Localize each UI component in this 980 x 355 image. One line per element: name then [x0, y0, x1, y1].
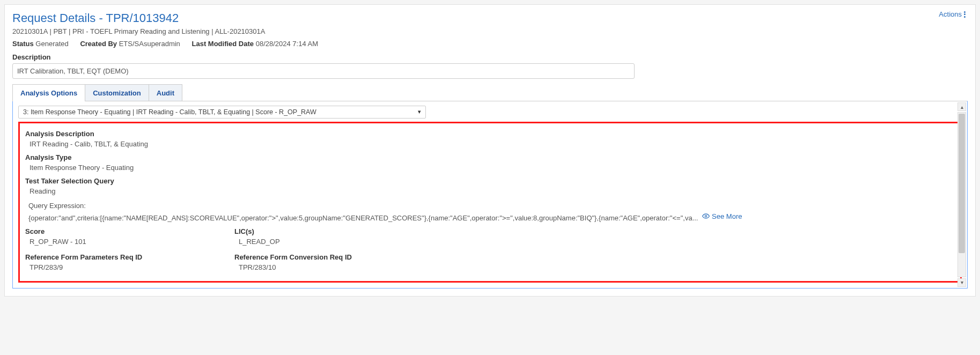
ref-param-label: Reference Form Parameters Req ID — [25, 253, 234, 261]
score-label: Score — [25, 227, 234, 235]
query-expression-label: Query Expression: — [28, 201, 955, 211]
modified-label: Last Modified Date — [191, 40, 254, 48]
ref-conv-value: TPR/283/10 — [239, 263, 955, 271]
page-subtitle: 20210301A | PBT | PRI - TOEFL Primary Re… — [12, 27, 968, 35]
reference-row: Reference Form Parameters Req ID TPR/283… — [25, 253, 955, 275]
eye-icon — [702, 212, 710, 220]
actions-label: Actions — [939, 10, 962, 18]
test-taker-query-value: Reading — [30, 187, 955, 195]
created-by-label: Created By — [80, 40, 117, 48]
kebab-icon — [964, 11, 966, 18]
created-by-value: ETS/SAsuperadmin — [119, 40, 180, 48]
lic-value: L_READ_OP — [239, 238, 955, 246]
meta-row: Status Generated Created By ETS/SAsupera… — [12, 40, 968, 48]
query-expression-value: {operator:"and",criteria:[{name:"NAME[RE… — [28, 213, 698, 221]
tab-audit[interactable]: Audit — [149, 84, 182, 101]
analysis-type-value: Item Response Theory - Equating — [30, 164, 955, 172]
page-title: Request Details - TPR/1013942 — [12, 11, 968, 25]
see-more-link[interactable]: See More — [702, 211, 742, 222]
description-label: Description — [12, 53, 968, 61]
tab-analysis-options[interactable]: Analysis Options — [12, 84, 85, 101]
dropdown-selected-text: 3: Item Response Theory - Equating | IRT… — [23, 108, 316, 116]
highlighted-details-region: Analysis Description IRT Reading - Calib… — [18, 122, 962, 283]
actions-menu[interactable]: Actions — [939, 10, 966, 18]
score-value: R_OP_RAW - 101 — [30, 238, 234, 246]
scroll-down-button[interactable]: ▾ — [957, 278, 966, 287]
ref-param-value: TPR/283/9 — [30, 263, 234, 271]
request-details-page: Actions Request Details - TPR/1013942 20… — [4, 4, 976, 297]
analysis-selector-dropdown[interactable]: 3: Item Response Theory - Equating | IRT… — [18, 106, 426, 119]
scrollbar-thumb[interactable] — [959, 114, 965, 253]
analysis-type-label: Analysis Type — [25, 153, 955, 161]
description-input[interactable] — [12, 63, 635, 79]
modified-value: 08/28/2024 7:14 AM — [256, 40, 318, 48]
status-label: Status — [12, 40, 34, 48]
tab-customization[interactable]: Customization — [85, 84, 149, 101]
see-more-text: See More — [712, 211, 742, 222]
query-expression-row: {operator:"and",criteria:[{name:"NAME[RE… — [28, 211, 955, 223]
tab-panel-analysis: 3: Item Response Theory - Equating | IRT… — [12, 101, 968, 289]
score-lic-row: Score R_OP_RAW - 101 LIC(s) L_READ_OP — [25, 227, 955, 249]
analysis-description-value: IRT Reading - Calib, TBLT, & Equating — [30, 140, 955, 148]
status-value: Generated — [35, 40, 68, 48]
test-taker-query-label: Test Taker Selection Query — [25, 177, 955, 185]
ref-conv-label: Reference Form Conversion Req ID — [234, 253, 955, 261]
analysis-description-label: Analysis Description — [25, 130, 955, 138]
scroll-up-button[interactable]: ▴ — [957, 102, 966, 111]
svg-point-0 — [705, 216, 707, 218]
scrollbar-track[interactable] — [957, 112, 966, 277]
lic-label: LIC(s) — [234, 227, 955, 235]
tab-bar: Analysis Options Customization Audit — [12, 84, 968, 101]
